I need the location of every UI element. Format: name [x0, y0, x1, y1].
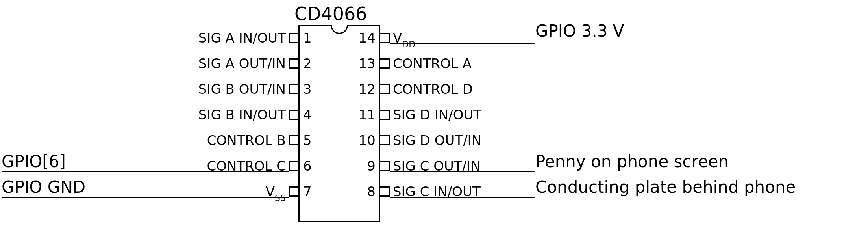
- pin-number: 7: [303, 184, 312, 199]
- pin-label: CONTROL D: [393, 81, 473, 97]
- pin-leg: [289, 161, 298, 171]
- wire-pin14-3v3: [390, 43, 535, 44]
- pin-number: 3: [303, 81, 312, 97]
- pin-number: 12: [359, 81, 376, 97]
- pin-label: CONTROL B: [207, 132, 286, 148]
- pin-leg: [289, 33, 298, 43]
- pin-number: 8: [367, 184, 376, 199]
- pin-number: 14: [359, 30, 376, 46]
- pin-leg: [289, 110, 298, 120]
- pin-label: CONTROL A: [393, 56, 472, 71]
- pin-label: VDD: [393, 30, 415, 48]
- label-gpio-gnd: GPIO GND: [2, 177, 85, 197]
- pin-number: 9: [367, 158, 376, 174]
- pin-number: 2: [303, 56, 312, 71]
- pin-label: SIG B OUT/IN: [198, 81, 286, 97]
- wire-pin7-gnd: [2, 197, 289, 198]
- pin-leg: [289, 84, 298, 94]
- pin-leg: [380, 110, 390, 120]
- cd4066-pinout-diagram: CD40661SIG A IN/OUT2SIG A OUT/IN3SIG B O…: [0, 0, 868, 229]
- pin-number: 11: [359, 107, 376, 123]
- pin-leg: [380, 161, 390, 171]
- pin-label: SIG D OUT/IN: [393, 132, 481, 148]
- pin-leg: [380, 33, 390, 43]
- pin-number: 4: [303, 107, 312, 123]
- pin-label: SIG A OUT/IN: [198, 56, 286, 71]
- pin-number: 10: [359, 132, 376, 148]
- pin-leg: [380, 58, 390, 69]
- pin-leg: [380, 186, 390, 197]
- pin-label: SIG D IN/OUT: [393, 107, 481, 123]
- pin-leg: [289, 135, 298, 145]
- pin-number: 5: [303, 132, 312, 148]
- pin-label: VSS: [266, 184, 286, 201]
- pin-number: 1: [303, 30, 312, 46]
- pin-number: 13: [359, 56, 376, 71]
- pin-leg: [289, 58, 298, 69]
- label-gpio-3v3: GPIO 3.3 V: [535, 21, 624, 41]
- chip-title: CD4066: [294, 3, 367, 24]
- pin-leg: [380, 135, 390, 145]
- wire-pin8-plate: [390, 197, 535, 198]
- pin-label: SIG A IN/OUT: [198, 30, 286, 46]
- pin-number: 6: [303, 158, 312, 174]
- label-conducting-plate: Conducting plate behind phone: [535, 177, 796, 197]
- pin-label: SIG B IN/OUT: [198, 107, 286, 123]
- label-penny: Penny on phone screen: [535, 152, 729, 171]
- wire-pin6-gpio6: [2, 171, 289, 172]
- wire-pin9-penny: [390, 171, 535, 172]
- label-gpio6: GPIO[6]: [2, 152, 66, 171]
- pin-leg: [380, 84, 390, 94]
- pin-leg: [289, 186, 298, 197]
